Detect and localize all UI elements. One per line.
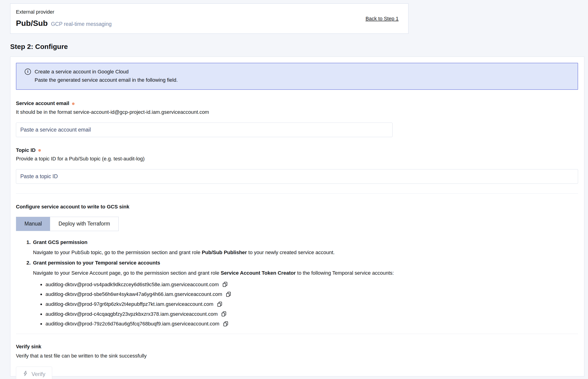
step-body-text: Navigate to your PubSub topic, go to the… xyxy=(33,250,202,255)
service-account-email: auditlog-dktxv@prod-79z2c6d76au6g5fcq768… xyxy=(46,320,219,327)
step-title: Grant GCS permission xyxy=(33,239,578,246)
verify-button[interactable]: Verify xyxy=(16,366,52,379)
service-account-email: auditlog-dktxv@prod-97gr6tp6zkv2t4epubff… xyxy=(46,301,214,308)
topic-id-input[interactable] xyxy=(16,169,578,184)
verify-button-label: Verify xyxy=(31,371,45,377)
alert-title: Create a service account in Google Cloud xyxy=(35,68,128,75)
service-account-email-label: Service account email xyxy=(16,100,69,107)
copy-icon[interactable] xyxy=(217,301,223,307)
step-body-text: to your newly created service account. xyxy=(247,250,335,255)
verify-sink-title: Verify sink xyxy=(16,343,578,350)
service-account-email-help: It should be in the format service-accou… xyxy=(16,109,578,116)
topic-id-help: Provide a topic ID for a Pub/Sub topic (… xyxy=(16,155,578,162)
configure-card: i Create a service account in Google Clo… xyxy=(10,57,584,377)
tab-manual[interactable]: Manual xyxy=(16,217,50,231)
instruction-steps: Grant GCS permission Navigate to your Pu… xyxy=(32,239,578,327)
service-account-item: auditlog-dktxv@prod-97gr6tp6zkv2t4epubff… xyxy=(45,301,578,308)
copy-icon[interactable] xyxy=(221,311,227,317)
provider-subtitle: GCP real-time messaging xyxy=(51,20,112,28)
alert-body: Paste the generated service account emai… xyxy=(35,77,572,84)
service-account-item: auditlog-dktxv@prod-c4cqaqgbfzy23vpzkbxz… xyxy=(45,311,578,318)
section-divider xyxy=(16,334,578,334)
topic-id-label: Topic ID xyxy=(16,147,35,154)
required-indicator xyxy=(72,102,75,105)
service-account-email: auditlog-dktxv@prod-vs4padk9dkczcey6d6st… xyxy=(46,281,219,288)
service-account-email: auditlog-dktxv@prod-sbe56h6wr4sykaw47a6y… xyxy=(46,291,222,298)
step-body: Navigate to your Service Account page, g… xyxy=(33,269,578,277)
step-title: Grant permission to your Temporal servic… xyxy=(33,259,578,266)
required-indicator xyxy=(38,149,41,152)
step-body-text: to the following Temporal service accoun… xyxy=(296,270,394,276)
service-account-email-group: Service account email It should be in th… xyxy=(16,100,578,137)
back-to-step-1-link[interactable]: Back to Step 1 xyxy=(366,15,399,22)
tab-deploy-with-terraform[interactable]: Deploy with Terraform xyxy=(50,217,118,231)
copy-icon[interactable] xyxy=(223,321,229,327)
info-icon: i xyxy=(25,69,31,75)
configure-tabs: Manual Deploy with Terraform xyxy=(16,217,119,231)
copy-icon[interactable] xyxy=(222,281,228,287)
provider-card: External provider Pub/Sub GCP real-time … xyxy=(10,3,408,34)
step-body: Navigate to your PubSub topic, go to the… xyxy=(33,249,578,256)
info-alert: i Create a service account in Google Clo… xyxy=(16,63,578,90)
step-body-text: Navigate to your Service Account page, g… xyxy=(33,270,221,276)
page-title: Step 2: Configure xyxy=(10,42,68,51)
service-account-list: auditlog-dktxv@prod-vs4padk9dkczcey6d6st… xyxy=(45,281,578,327)
provider-name: Pub/Sub xyxy=(16,18,48,29)
instruction-step: Grant permission to your Temporal servic… xyxy=(32,259,578,327)
zap-icon xyxy=(23,371,28,378)
service-account-email-input[interactable] xyxy=(16,123,393,137)
service-account-email: auditlog-dktxv@prod-c4cqaqgbfzy23vpzkbxz… xyxy=(46,311,218,318)
configure-section-title: Configure service account to write to GC… xyxy=(16,203,578,210)
verify-sink-subtitle: Verify that a test file can be written t… xyxy=(16,352,578,359)
provider-label: External provider xyxy=(16,9,112,16)
service-account-item: auditlog-dktxv@prod-79z2c6d76au6g5fcq768… xyxy=(45,320,578,327)
role-name: Pub/Sub Publisher xyxy=(202,250,247,255)
copy-icon[interactable] xyxy=(225,291,232,297)
provider-info: External provider Pub/Sub GCP real-time … xyxy=(16,9,112,29)
instruction-step: Grant GCS permission Navigate to your Pu… xyxy=(32,239,578,256)
service-account-item: auditlog-dktxv@prod-sbe56h6wr4sykaw47a6y… xyxy=(45,291,578,298)
topic-id-group: Topic ID Provide a topic ID for a Pub/Su… xyxy=(16,147,578,184)
role-name: Service Account Token Creator xyxy=(221,270,296,276)
service-account-item: auditlog-dktxv@prod-vs4padk9dkczcey6d6st… xyxy=(45,281,578,288)
section-divider xyxy=(16,193,578,194)
